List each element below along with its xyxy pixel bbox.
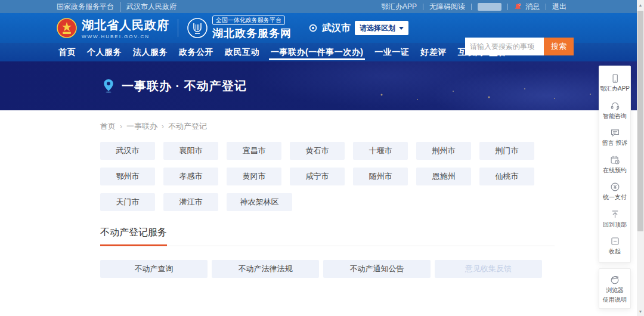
topbar-app-link[interactable]: 鄂汇办APP xyxy=(381,2,417,12)
service-button-row: 不动产查询不动产法律法规不动产通知公告意见收集反馈 xyxy=(100,260,644,278)
comment-icon xyxy=(610,128,620,138)
scrollbar-thumb[interactable] xyxy=(637,11,643,231)
service-button[interactable]: 不动产法律法规 xyxy=(212,260,319,278)
service-button[interactable]: 意见收集反馈 xyxy=(435,260,542,278)
service-button[interactable]: 不动产通知公告 xyxy=(323,260,431,278)
gov-name: 湖北省人民政府 xyxy=(82,17,169,33)
floating-toolbar: 鄂汇办APP 智能咨询 留言 投诉 xyxy=(599,66,631,263)
browser-help-line2: 使用说明 xyxy=(603,296,627,304)
nav-item[interactable]: 法人服务 xyxy=(131,43,169,61)
scrollbar[interactable]: ▲ ▼ xyxy=(637,0,644,316)
location-icon xyxy=(308,23,318,33)
chevron-down-icon xyxy=(399,27,404,30)
gov-url: WWW.HUBEI.GOV.CN xyxy=(82,34,169,39)
divider xyxy=(471,4,472,10)
breadcrumb-item: 不动产登记 xyxy=(162,121,207,132)
scrollbar-down-arrow[interactable]: ▼ xyxy=(637,308,644,315)
city-selector-area: 武汉市 请选择区划 xyxy=(308,21,408,35)
sidebar-item-label: 在线预约 xyxy=(603,167,627,175)
city-button[interactable]: 黄冈市 xyxy=(227,168,281,185)
divider xyxy=(507,4,508,10)
sidebar-item-consult[interactable]: 智能咨询 xyxy=(599,97,630,124)
city-button[interactable]: 荆门市 xyxy=(479,142,534,160)
nav-item[interactable]: 政务公开 xyxy=(177,43,215,61)
city-button[interactable]: 鄂州市 xyxy=(100,168,155,185)
page-banner: 一事联办 · 不动产登记 xyxy=(0,61,644,110)
platform-badge: 全国一体化政务服务平台 xyxy=(212,16,285,25)
breadcrumb-item: 一事联办 xyxy=(120,121,157,132)
browser-help-line1: 浏览器 xyxy=(606,287,624,295)
sidebar-item-booking[interactable]: 在线预约 xyxy=(599,151,630,178)
sidebar-item-collapse[interactable]: 收起 xyxy=(599,232,630,259)
sidebar-item-label: 留言 投诉 xyxy=(602,140,628,147)
sidebar-item-label: 鄂汇办APP xyxy=(600,85,630,93)
breadcrumb-item: 首页 xyxy=(100,121,116,132)
topbar-left-links: 国家政务服务平台武汉市人民政府 xyxy=(57,2,177,12)
sidebar-item-label: 智能咨询 xyxy=(603,113,627,120)
phone-icon xyxy=(610,73,620,83)
breadcrumb-link[interactable]: 不动产登记 xyxy=(168,121,207,132)
sidebar-item-label: 统一支付 xyxy=(603,194,627,202)
search-button[interactable]: 搜索 xyxy=(544,38,574,55)
city-button[interactable]: 仙桃市 xyxy=(479,168,534,185)
scrollbar-up-arrow[interactable]: ▲ xyxy=(637,1,644,8)
bell-icon[interactable] xyxy=(514,3,522,11)
breadcrumb-link[interactable]: 一事联办 xyxy=(126,121,157,132)
search-input[interactable] xyxy=(465,38,544,55)
platform-logo-icon xyxy=(187,17,208,39)
services-section-title: 不动产登记服务 xyxy=(100,227,167,246)
nav-item[interactable]: 政民互动 xyxy=(223,43,261,61)
topbar-messages-link[interactable]: 消息 xyxy=(525,2,540,12)
district-selector-button[interactable]: 请选择区划 xyxy=(355,21,408,35)
sidebar-item-back-to-top[interactable]: 回到顶部 xyxy=(599,205,630,233)
city-button[interactable]: 十堰市 xyxy=(353,142,408,160)
gov-title-block: 湖北省人民政府 WWW.HUBEI.GOV.CN xyxy=(82,17,169,39)
nav-item[interactable]: 首页 xyxy=(57,43,78,61)
search-box: 搜索 xyxy=(465,38,574,55)
nav-item[interactable]: 一事联办(一件事一次办) xyxy=(269,43,365,61)
current-city: 武汉市 xyxy=(322,22,351,35)
city-button[interactable]: 武汉市 xyxy=(100,142,155,160)
divider xyxy=(546,4,546,10)
sidebar-item-app[interactable]: 鄂汇办APP xyxy=(599,69,630,97)
divider xyxy=(178,19,178,37)
breadcrumb-link[interactable]: 首页 xyxy=(100,121,116,132)
browser-help-card[interactable]: 浏览器 使用说明 xyxy=(599,268,631,309)
top-utility-bar: 国家政务服务平台武汉市人民政府 鄂汇办APP 无障碍阅读 消息 退出 xyxy=(0,0,644,13)
breadcrumb: 首页一事联办不动产登记 xyxy=(100,121,644,132)
sidebar-item-payment[interactable]: 统一支付 xyxy=(599,178,630,205)
nav-item[interactable]: 个人服务 xyxy=(85,43,123,61)
city-button[interactable]: 襄阳市 xyxy=(163,142,218,160)
topbar-gov-link[interactable]: 武汉市人民政府 xyxy=(120,2,177,12)
city-button[interactable]: 天门市 xyxy=(100,193,155,211)
city-button[interactable]: 黄石市 xyxy=(290,142,345,160)
city-button[interactable]: 潜江市 xyxy=(163,193,218,211)
sidebar-item-label: 回到顶部 xyxy=(603,221,627,229)
city-button-grid: 武汉市襄阳市宜昌市黄石市十堰市荆州市荆门市鄂州市孝感市黄冈市咸宁市随州市恩施州仙… xyxy=(100,142,544,211)
services-section-header: 不动产登记服务 xyxy=(100,227,555,246)
page-title: 一事联办 · 不动产登记 xyxy=(122,78,247,94)
divider xyxy=(423,4,423,10)
main-content: 首页一事联办不动产登记 武汉市襄阳市宜昌市黄石市十堰市荆州市荆门市鄂州市孝感市黄… xyxy=(0,110,644,278)
topbar-gov-link[interactable]: 国家政务服务平台 xyxy=(57,2,114,12)
topbar-right-links: 鄂汇办APP 无障碍阅读 消息 退出 xyxy=(381,2,566,12)
map-pin-icon xyxy=(103,79,114,93)
site-title-block: 全国一体化政务服务平台 湖北政务服务网 xyxy=(212,16,292,41)
city-button[interactable]: 孝感市 xyxy=(163,168,218,185)
service-button[interactable]: 不动产查询 xyxy=(100,260,208,278)
city-button[interactable]: 神农架林区 xyxy=(227,193,292,211)
city-button[interactable]: 荆州市 xyxy=(416,142,471,160)
topbar-logout-link[interactable]: 退出 xyxy=(552,2,566,12)
city-button[interactable]: 咸宁市 xyxy=(290,168,345,185)
city-button[interactable]: 宜昌市 xyxy=(227,142,281,160)
nav-item[interactable]: 好差评 xyxy=(419,43,448,61)
nav-item[interactable]: 一业一证 xyxy=(373,43,411,61)
username-blurred xyxy=(478,3,501,11)
sidebar-item-label: 收起 xyxy=(609,248,621,256)
collapse-icon xyxy=(610,236,620,246)
city-button[interactable]: 恩施州 xyxy=(416,168,471,185)
back-to-top-icon xyxy=(610,209,620,219)
sidebar-item-feedback[interactable]: 留言 投诉 xyxy=(599,123,630,151)
city-button[interactable]: 随州市 xyxy=(353,168,408,185)
topbar-accessibility-link[interactable]: 无障碍阅读 xyxy=(429,2,465,12)
